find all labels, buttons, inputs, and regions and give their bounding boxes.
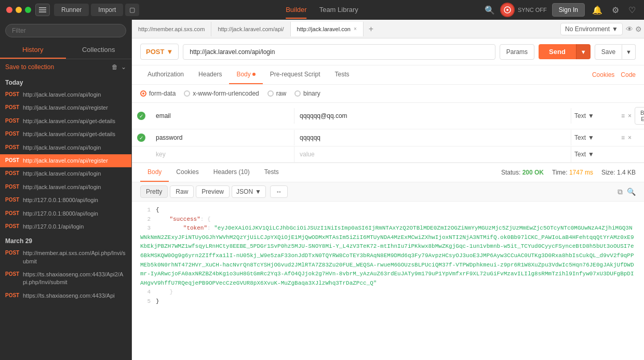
notifications-button[interactable]: 🔔 [590, 3, 605, 17]
list-item[interactable]: POSThttp://jack.laravel.com/api/login [0, 181, 131, 194]
sidebar-toggle-button[interactable] [35, 4, 50, 16]
list-item[interactable]: POSThttp://jack.laravel.com/api/login [0, 167, 131, 180]
team-library-tab[interactable]: Team Library [319, 2, 358, 19]
res-cookies-tab[interactable]: Cookies [169, 163, 206, 182]
list-item[interactable]: POSThttps://ts.shaxiaoseng.com:4433/Api [0, 289, 131, 302]
collections-tab[interactable]: Collections [66, 42, 132, 59]
eye-icon[interactable]: 👁 [626, 25, 633, 33]
send-button[interactable]: Send [539, 44, 576, 59]
environment-label: No Environment [565, 25, 610, 33]
password-type[interactable]: Text ▼ [571, 130, 618, 145]
preview-button[interactable]: Preview [196, 185, 230, 198]
minimize-window-button[interactable] [16, 7, 22, 13]
runner-button[interactable]: Runner [54, 4, 89, 16]
close-window-button[interactable] [6, 7, 12, 13]
list-item[interactable]: POSThttp://jack.laravel.com/api/login [0, 88, 131, 101]
raw-option[interactable]: raw [267, 90, 286, 97]
save-dropdown-button[interactable]: ▼ [622, 44, 636, 60]
filter-input[interactable] [5, 24, 126, 37]
form-data-option[interactable]: form-data [140, 90, 176, 97]
list-item[interactable]: POSThttp://jack.laravel.com/api/get-deta… [0, 115, 131, 128]
history-tab[interactable]: History [0, 42, 66, 59]
favorite-button[interactable]: ♡ [626, 3, 638, 17]
email-value: qqqqqq@qq.com [294, 108, 571, 124]
format-selector[interactable]: JSON ▼ [232, 185, 266, 198]
form-row-new: key value Text ▼ [132, 146, 644, 163]
prerequest-tab[interactable]: Pre-request Script [263, 65, 328, 84]
code-link[interactable]: Code [621, 71, 636, 78]
email-type[interactable]: Text ▼ [571, 108, 618, 124]
form-data-radio[interactable] [140, 90, 146, 97]
headers-tab[interactable]: Headers [191, 65, 229, 84]
import-button[interactable]: Import [91, 4, 123, 16]
bulk-edit-button[interactable]: Bulk Edit [635, 107, 644, 125]
app-title: Builder Team Library [286, 2, 358, 19]
menu-icon[interactable]: ≡ [621, 112, 625, 119]
res-body-tab[interactable]: Body [140, 163, 169, 182]
list-item[interactable]: POSThttp://jack.laravel.com/api/register [0, 101, 131, 114]
svg-rect-0 [39, 7, 46, 8]
method-selector[interactable]: POST ▼ [140, 44, 179, 60]
list-item[interactable]: POSThttp://member.api.sxs.com/Api.php/In… [0, 247, 131, 268]
list-item[interactable]: POSThttp://127.0.0.1:8000/api/login [0, 194, 131, 207]
raw-radio[interactable] [267, 90, 274, 97]
maximize-window-button[interactable] [25, 7, 31, 13]
params-button[interactable]: Params [500, 44, 534, 60]
settings-button[interactable]: ⚙ [610, 3, 621, 17]
remove-icon[interactable]: × [628, 134, 632, 141]
new-type[interactable]: Text ▼ [571, 146, 618, 162]
delete-icon[interactable]: 🗑 [112, 63, 118, 71]
new-tab-button[interactable]: ▢ [125, 4, 139, 16]
email-check-icon[interactable]: ✓ [137, 112, 145, 120]
tab-0[interactable]: http://member.api.sxs.com [132, 22, 211, 36]
urlencoded-option[interactable]: x-www-form-urlencoded [184, 90, 259, 97]
request-line: POST ▼ Params Send ▼ Save ▼ [140, 44, 636, 60]
menu-icon[interactable]: ≡ [621, 134, 625, 141]
new-value[interactable]: value [294, 146, 571, 162]
json-line-5: 5} [140, 297, 636, 306]
builder-tab[interactable]: Builder [286, 2, 306, 19]
method-chevron-icon: ▼ [166, 48, 173, 56]
res-tests-tab[interactable]: Tests [257, 163, 286, 182]
traffic-lights [6, 7, 31, 13]
urlencoded-radio[interactable] [184, 90, 190, 97]
sync-status: SYNC OFF [518, 7, 547, 13]
pretty-button[interactable]: Pretty [140, 185, 168, 198]
content-area: http://member.api.sxs.com http://jack.la… [132, 20, 644, 360]
chevron-down-icon[interactable]: ⌄ [121, 63, 126, 71]
password-check-icon[interactable]: ✓ [137, 134, 145, 142]
list-item[interactable]: POSThttps://ts.shaxiaoseng.com:4433/Api2… [0, 268, 131, 289]
auth-tab[interactable]: Authorization [140, 65, 191, 84]
url-input[interactable] [183, 44, 495, 60]
body-tab[interactable]: Body [229, 65, 262, 84]
list-item[interactable]: POSThttp://jack.laravel.com/api/get-deta… [0, 128, 131, 141]
raw-button[interactable]: Raw [170, 185, 194, 198]
close-tab-icon[interactable]: × [354, 26, 357, 32]
save-button[interactable]: Save [595, 44, 622, 60]
sidebar-tabs: History Collections [0, 42, 131, 59]
settings-icon[interactable]: ⚙ [635, 25, 642, 33]
res-headers-tab[interactable]: Headers (10) [206, 163, 257, 182]
list-item[interactable]: POSThttp://jack.laravel.com/api/login [0, 141, 131, 154]
copy-button[interactable]: ⧉ [618, 188, 623, 196]
list-item-active[interactable]: POSThttp://jack.laravel.com/api/register [0, 154, 131, 167]
cookies-link[interactable]: Cookies [592, 71, 614, 78]
search-json-button[interactable]: 🔍 [627, 188, 636, 196]
wrap-button[interactable]: ↔ [270, 185, 288, 198]
signin-button[interactable]: Sign In [552, 3, 585, 17]
list-item[interactable]: POSThttp://127.0.0.1/api/login [0, 220, 131, 233]
search-button[interactable]: 🔍 [482, 3, 497, 17]
save-collection-link[interactable]: Save to collection [5, 63, 54, 71]
binary-radio[interactable] [294, 90, 301, 97]
form-table: ✓ email qqqqqq@qq.com Text ▼ ≡ × Bulk Ed… [132, 103, 644, 163]
list-item[interactable]: POSThttp://127.0.0.1:8000/api/login [0, 207, 131, 220]
send-dropdown-button[interactable]: ▼ [576, 44, 591, 59]
tests-tab[interactable]: Tests [327, 65, 356, 84]
remove-icon[interactable]: × [628, 112, 632, 119]
tab-2[interactable]: http://jack.laravel.con × [291, 22, 364, 36]
environment-selector[interactable]: No Environment ▼ [560, 23, 623, 35]
tab-1[interactable]: http://jack.laravel.com/api/ [211, 22, 290, 36]
new-key[interactable]: key [151, 146, 294, 162]
binary-option[interactable]: binary [294, 90, 320, 97]
add-tab-button[interactable]: + [364, 21, 379, 37]
